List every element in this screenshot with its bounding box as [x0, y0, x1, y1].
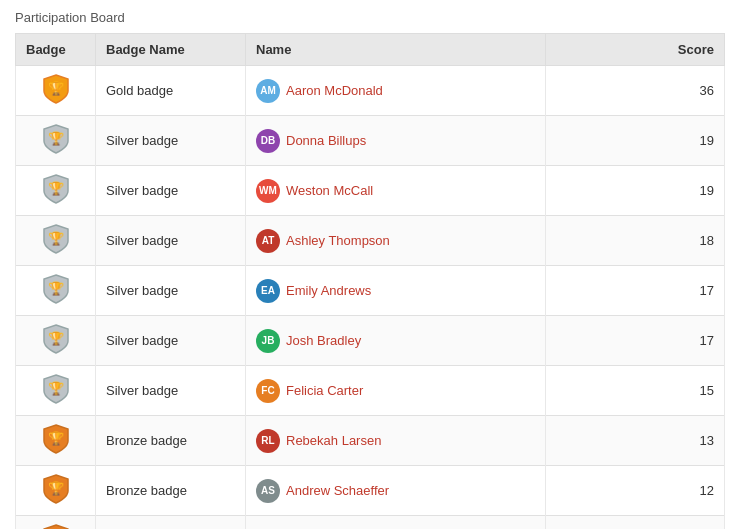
- badge-icon: 🏆: [16, 266, 96, 316]
- avatar: EA: [256, 279, 280, 303]
- badge-icon: 🏆: [16, 216, 96, 266]
- badge-icon: 🏆: [16, 516, 96, 530]
- participant-name-link[interactable]: FCFelicia Carter: [256, 379, 535, 403]
- table-row: 🏆 Gold badgeAMAaron McDonald36: [16, 66, 725, 116]
- badge-name: Silver badge: [96, 216, 246, 266]
- badge-icon: 🏆: [16, 166, 96, 216]
- score: 19: [546, 116, 725, 166]
- avatar: AT: [256, 229, 280, 253]
- participant-name: Emily Andrews: [286, 283, 371, 298]
- badge-name: Silver badge: [96, 266, 246, 316]
- participant-name: Josh Bradley: [286, 333, 361, 348]
- svg-text:🏆: 🏆: [48, 130, 65, 147]
- svg-text:🏆: 🏆: [48, 80, 65, 97]
- avatar: FC: [256, 379, 280, 403]
- participant-name: Weston McCall: [286, 183, 373, 198]
- participant-name-cell: WMWeston McCall: [246, 166, 546, 216]
- col-score: Score: [546, 34, 725, 66]
- participant-name-cell: RLRebekah Larsen: [246, 416, 546, 466]
- svg-text:🏆: 🏆: [48, 180, 65, 197]
- page-title: Participation Board: [15, 10, 725, 25]
- col-badge-name: Badge Name: [96, 34, 246, 66]
- badge-name: Silver badge: [96, 366, 246, 416]
- participant-name: Aaron McDonald: [286, 83, 383, 98]
- avatar: RL: [256, 429, 280, 453]
- svg-text:🏆: 🏆: [48, 480, 65, 497]
- participant-name: Ashley Thompson: [286, 233, 390, 248]
- badge-name: Silver badge: [96, 166, 246, 216]
- participant-name: Andrew Schaeffer: [286, 483, 389, 498]
- svg-text:🏆: 🏆: [48, 430, 65, 447]
- table-row: 🏆 Bronze badgeRLRebekah Larsen13: [16, 416, 725, 466]
- participant-name-cell: EAEmily Andrews: [246, 266, 546, 316]
- participant-name-link[interactable]: ATAshley Thompson: [256, 229, 535, 253]
- svg-text:🏆: 🏆: [48, 330, 65, 347]
- table-row: 🏆 Silver badgeDBDonna Billups19: [16, 116, 725, 166]
- badge-icon: 🏆: [16, 66, 96, 116]
- participant-name: Felicia Carter: [286, 383, 363, 398]
- score: 12: [546, 466, 725, 516]
- participant-name-link[interactable]: EAEmily Andrews: [256, 279, 535, 303]
- badge-name: Bronze badge: [96, 516, 246, 530]
- badge-name: Gold badge: [96, 66, 246, 116]
- participant-name-cell: DBDonna Billups: [246, 116, 546, 166]
- svg-text:🏆: 🏆: [48, 230, 65, 247]
- badge-icon: 🏆: [16, 366, 96, 416]
- badge-icon: 🏆: [16, 466, 96, 516]
- table-row: 🏆 Bronze badgeJDJames Devore8: [16, 516, 725, 530]
- badge-icon: 🏆: [16, 416, 96, 466]
- participation-table: Badge Badge Name Name Score 🏆 Gold badge…: [15, 33, 725, 529]
- score: 17: [546, 316, 725, 366]
- badge-name: Bronze badge: [96, 466, 246, 516]
- participant-name-cell: FCFelicia Carter: [246, 366, 546, 416]
- participant-name-link[interactable]: DBDonna Billups: [256, 129, 535, 153]
- participant-name-cell: JDJames Devore: [246, 516, 546, 530]
- participant-name-cell: AMAaron McDonald: [246, 66, 546, 116]
- table-row: 🏆 Silver badgeATAshley Thompson18: [16, 216, 725, 266]
- svg-text:🏆: 🏆: [48, 380, 65, 397]
- score: 36: [546, 66, 725, 116]
- avatar: AS: [256, 479, 280, 503]
- table-row: 🏆 Bronze badgeASAndrew Schaeffer12: [16, 466, 725, 516]
- table-row: 🏆 Silver badgeWMWeston McCall19: [16, 166, 725, 216]
- avatar: JB: [256, 329, 280, 353]
- badge-icon: 🏆: [16, 116, 96, 166]
- table-row: 🏆 Silver badgeJBJosh Bradley17: [16, 316, 725, 366]
- table-row: 🏆 Silver badgeEAEmily Andrews17: [16, 266, 725, 316]
- participant-name-cell: ASAndrew Schaeffer: [246, 466, 546, 516]
- score: 8: [546, 516, 725, 530]
- score: 18: [546, 216, 725, 266]
- col-badge: Badge: [16, 34, 96, 66]
- participant-name-cell: ATAshley Thompson: [246, 216, 546, 266]
- participant-name: Rebekah Larsen: [286, 433, 381, 448]
- participant-name-link[interactable]: JBJosh Bradley: [256, 329, 535, 353]
- svg-text:🏆: 🏆: [48, 280, 65, 297]
- participant-name-cell: JBJosh Bradley: [246, 316, 546, 366]
- avatar: DB: [256, 129, 280, 153]
- participant-name-link[interactable]: ASAndrew Schaeffer: [256, 479, 535, 503]
- participant-name-link[interactable]: WMWeston McCall: [256, 179, 535, 203]
- score: 15: [546, 366, 725, 416]
- table-row: 🏆 Silver badgeFCFelicia Carter15: [16, 366, 725, 416]
- participant-name-link[interactable]: AMAaron McDonald: [256, 79, 535, 103]
- score: 13: [546, 416, 725, 466]
- badge-name: Silver badge: [96, 116, 246, 166]
- avatar: AM: [256, 79, 280, 103]
- participant-name: Donna Billups: [286, 133, 366, 148]
- avatar: WM: [256, 179, 280, 203]
- col-name: Name: [246, 34, 546, 66]
- participant-name-link[interactable]: RLRebekah Larsen: [256, 429, 535, 453]
- score: 17: [546, 266, 725, 316]
- badge-name: Silver badge: [96, 316, 246, 366]
- score: 19: [546, 166, 725, 216]
- badge-icon: 🏆: [16, 316, 96, 366]
- badge-name: Bronze badge: [96, 416, 246, 466]
